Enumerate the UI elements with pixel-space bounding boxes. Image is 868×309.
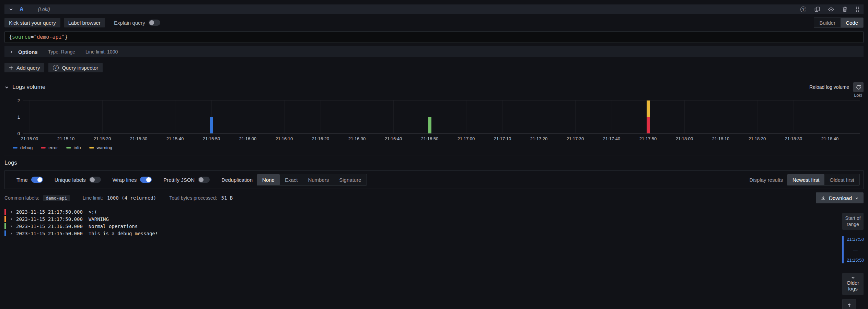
gridline-x (357, 100, 357, 133)
legend-item-info[interactable]: info (66, 145, 81, 150)
logs-volume-title: Logs volume (12, 84, 45, 91)
drag-handle-icon[interactable] (856, 7, 859, 12)
logs-controls-bar: Time Unique labels Wrap lines Prettify J… (4, 170, 864, 189)
x-axis-tick-label: 21:15:40 (166, 136, 184, 141)
hide-response-icon[interactable] (828, 7, 834, 12)
gridline-x (30, 100, 30, 133)
time-toggle-field: Time (16, 177, 43, 183)
duplicate-query-icon[interactable] (814, 7, 820, 12)
download-button[interactable]: Download (816, 192, 864, 203)
x-axis-tick-label: 21:15:50 (203, 136, 220, 141)
collapse-logs-volume-icon[interactable] (4, 85, 9, 90)
collapse-query-icon[interactable] (9, 7, 13, 12)
query-options-row[interactable]: Options Type: Range Line limit: 1000 (4, 46, 864, 57)
query-editor-row: A (Loki) ? Kick start your query Label b… (4, 4, 864, 57)
query-token: } (65, 34, 68, 40)
radio-option-builder[interactable]: Builder (814, 18, 841, 27)
radio-option-exact[interactable]: Exact (280, 174, 303, 185)
query-actions: Add query i Query inspector (4, 63, 864, 72)
legend-swatch (66, 147, 71, 148)
x-axis-tick-label: 21:17:30 (567, 136, 584, 141)
legend-item-warning[interactable]: warning (89, 145, 113, 150)
radio-option-code[interactable]: Code (841, 18, 863, 27)
y-axis-tick-label: 1 (10, 115, 20, 120)
kick-start-query-button[interactable]: Kick start your query (4, 18, 60, 27)
radio-option-numbers[interactable]: Numbers (303, 174, 334, 185)
x-axis-tick-label: 21:18:00 (676, 136, 693, 141)
legend-swatch (41, 147, 46, 148)
logs-meta-bar: Common labels: demo-api Line limit: 1000… (4, 192, 864, 203)
radio-option-signature[interactable]: Signature (334, 174, 366, 185)
x-axis-tick-label: 21:16:30 (348, 136, 366, 141)
common-labels-label: Common labels: (4, 195, 39, 201)
gridline-x (139, 100, 139, 133)
log-level-indicator-info (4, 223, 6, 229)
log-row[interactable]: 2023-11-15 21:15:50.000This is a debug m… (4, 230, 835, 237)
query-inspector-button[interactable]: i Query inspector (48, 63, 103, 72)
time-toggle[interactable] (31, 177, 43, 183)
legend-item-debug[interactable]: debug (13, 145, 33, 150)
x-axis-tick-label: 21:15:10 (57, 136, 75, 141)
explain-query-toggle[interactable] (149, 20, 160, 26)
log-level-indicator-warning (4, 216, 6, 222)
x-axis-tick-label: 21:17:50 (639, 136, 657, 141)
reload-log-volume-label: Reload log volume (809, 84, 849, 90)
deduplication-field: Deduplication NoneExactNumbersSignature (221, 174, 367, 186)
radio-option-none[interactable]: None (257, 174, 280, 185)
x-axis-tick-label: 21:15:20 (94, 136, 111, 141)
gridline-y (23, 133, 860, 134)
legend-label: debug (20, 145, 33, 150)
gridline-x (502, 100, 503, 133)
radio-option-newest-first[interactable]: Newest first (787, 174, 824, 185)
gridline-x (175, 100, 175, 133)
x-axis-tick-label: 21:18:30 (785, 136, 802, 141)
log-row[interactable]: 2023-11-15 21:17:50.000WARNING (4, 215, 835, 223)
expand-log-icon[interactable] (10, 232, 13, 235)
x-axis-tick-label: 21:16:20 (312, 136, 329, 141)
query-row-header[interactable]: A (Loki) ? (4, 4, 864, 14)
chevron-down-icon (851, 275, 855, 280)
expand-log-icon[interactable] (10, 210, 13, 214)
scroll-to-top-button[interactable] (842, 299, 856, 309)
expand-options-icon[interactable] (9, 50, 13, 54)
prettify-json-toggle-label: Prettify JSON (163, 177, 195, 183)
x-axis-tick-label: 21:17:00 (458, 136, 475, 141)
chart-attribution: Loki (4, 93, 862, 98)
time-toggle-label: Time (16, 177, 28, 183)
remove-query-icon[interactable] (842, 7, 847, 12)
options-label: Options (18, 49, 38, 55)
gridline-x (794, 100, 794, 133)
reload-log-volume-button[interactable] (853, 82, 864, 92)
range-from-time: 21:17:50 (847, 237, 864, 242)
query-token: source (12, 34, 31, 40)
expand-log-icon[interactable] (10, 225, 13, 228)
range-bar (842, 236, 844, 263)
prettify-json-toggle[interactable] (198, 177, 210, 183)
bar-warning (647, 100, 650, 117)
older-logs-button[interactable]: Older logs (842, 273, 864, 295)
current-range-indicator[interactable]: 21:17:50 — 21:15:50 (842, 236, 864, 263)
query-code-input[interactable]: {source="demo-api"} (4, 31, 864, 43)
log-message: This is a debug message! (89, 231, 158, 236)
log-row[interactable]: 2023-11-15 21:17:50.000>:( (4, 208, 835, 215)
datasource-name: (Loki) (38, 7, 50, 12)
add-query-button[interactable]: Add query (4, 63, 44, 72)
gridline-x (66, 100, 66, 133)
expand-log-icon[interactable] (10, 217, 13, 221)
total-bytes-value: 51 B (221, 195, 233, 201)
legend-item-error[interactable]: error (41, 145, 58, 150)
unique-labels-toggle[interactable] (89, 177, 101, 183)
options-line-limit: Line limit: 1000 (85, 49, 118, 55)
log-row[interactable]: 2023-11-15 21:16:50.000Normal operations (4, 223, 835, 230)
explain-query-label: Explain query (114, 20, 145, 26)
display-results-field: Display results Newest firstOldest first (749, 174, 860, 186)
help-icon[interactable]: ? (800, 7, 806, 12)
prettify-json-toggle-field: Prettify JSON (163, 177, 210, 183)
label-browser-button[interactable]: Label browser (64, 18, 105, 27)
radio-option-oldest-first[interactable]: Oldest first (824, 174, 859, 185)
start-of-range-button[interactable]: Start of range (842, 213, 864, 230)
wrap-lines-toggle[interactable] (140, 177, 152, 183)
bar-error (647, 117, 650, 133)
x-axis-tick-label: 21:16:50 (421, 136, 439, 141)
legend-swatch (13, 147, 18, 148)
